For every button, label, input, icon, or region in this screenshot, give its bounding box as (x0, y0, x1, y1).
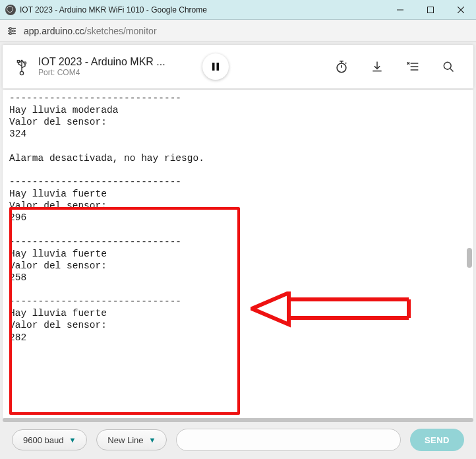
page: IOT 2023 - Arduino MKR ... Port: COM4 (0, 42, 476, 459)
close-button[interactable] (446, 0, 476, 19)
sketch-title: IOT 2023 - Arduino MKR ... (38, 55, 165, 68)
console-scrollbar[interactable] (463, 90, 473, 418)
clear-button[interactable] (400, 53, 426, 80)
line-ending-label: New Line (107, 435, 143, 445)
line-ending-select[interactable]: New Line ▼ (96, 429, 167, 450)
send-button[interactable]: SEND (410, 429, 464, 451)
search-button[interactable] (435, 53, 461, 80)
svg-point-9 (9, 32, 11, 34)
stopwatch-icon (334, 59, 349, 74)
clear-icon (406, 60, 419, 73)
port-label: Port: COM4 (38, 68, 165, 77)
url-path: /sketches/monitor (84, 26, 157, 36)
window-buttons (385, 0, 476, 19)
send-input[interactable] (176, 429, 400, 451)
svg-rect-12 (17, 61, 19, 63)
pause-button[interactable] (202, 53, 229, 80)
baud-label: 9600 baud (23, 435, 63, 445)
sketch-title-block: IOT 2023 - Arduino MKR ... Port: COM4 (38, 55, 165, 78)
baud-select[interactable]: 9600 baud ▼ (12, 429, 87, 450)
svg-point-10 (20, 71, 23, 75)
console-output[interactable]: ------------------------------ Hay lluvi… (3, 90, 473, 418)
minimize-icon (397, 7, 403, 13)
maximize-button[interactable] (415, 0, 446, 19)
window-titlebar: IOT 2023 - Arduino MKR WiFi 1010 - Googl… (0, 0, 476, 20)
minimize-button[interactable] (385, 0, 415, 19)
url-host: app.arduino.cc (24, 26, 84, 36)
svg-line-20 (345, 63, 346, 63)
panel-divider[interactable] (3, 418, 473, 422)
svg-point-13 (24, 62, 26, 64)
favicon-icon (5, 5, 16, 15)
svg-line-29 (450, 69, 454, 72)
maximize-icon (427, 7, 434, 13)
svg-point-28 (444, 62, 451, 69)
svg-point-8 (13, 30, 15, 32)
url-display[interactable]: app.arduino.cc/sketches/monitor (24, 26, 157, 36)
search-icon (442, 60, 455, 73)
browser-address-bar: app.arduino.cc/sketches/monitor (0, 20, 476, 42)
close-icon (458, 7, 464, 13)
serial-console: ------------------------------ Hay lluvi… (3, 90, 473, 418)
svg-rect-15 (216, 63, 219, 71)
download-button[interactable] (364, 53, 390, 80)
bottom-controls: 9600 baud ▼ New Line ▼ SEND (3, 423, 473, 456)
window-title: IOT 2023 - Arduino MKR WiFi 1010 - Googl… (20, 5, 385, 15)
caret-down-icon: ▼ (69, 436, 76, 444)
caret-down-icon: ▼ (149, 436, 156, 444)
monitor-toolbar: IOT 2023 - Arduino MKR ... Port: COM4 (3, 45, 473, 88)
download-icon (371, 60, 384, 73)
svg-rect-1 (428, 7, 434, 13)
svg-point-7 (9, 27, 11, 29)
usb-icon (15, 57, 29, 76)
scrollbar-thumb[interactable] (467, 248, 472, 268)
timestamp-button[interactable] (328, 53, 355, 80)
svg-point-16 (337, 63, 346, 73)
pause-icon (210, 61, 221, 72)
svg-rect-14 (212, 63, 215, 71)
site-settings-icon[interactable] (5, 24, 18, 38)
